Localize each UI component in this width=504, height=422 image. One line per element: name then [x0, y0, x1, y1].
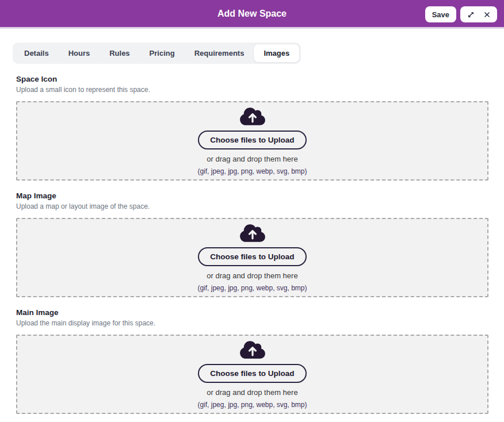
tab-hours[interactable]: Hours — [59, 44, 100, 62]
section-title: Map Image — [16, 191, 488, 200]
tab-requirements[interactable]: Requirements — [185, 44, 254, 62]
header-actions: Save — [425, 6, 497, 22]
tab-bar: Details Hours Rules Pricing Requirements… — [13, 43, 301, 64]
main-image-dropzone[interactable]: Choose files to Upload or drag and drop … — [16, 335, 488, 414]
tab-images[interactable]: Images — [254, 44, 299, 62]
main-image-section: Main Image Upload the main display image… — [16, 308, 488, 414]
section-title: Main Image — [16, 308, 488, 317]
space-icon-dropzone[interactable]: Choose files to Upload or drag and drop … — [16, 101, 488, 181]
space-icon-section: Space Icon Upload a small icon to repres… — [16, 75, 488, 181]
section-subtitle: Upload a small icon to represent this sp… — [16, 86, 488, 94]
expand-icon[interactable] — [467, 10, 475, 19]
section-subtitle: Upload a map or layout image of the spac… — [16, 202, 488, 210]
map-image-dropzone[interactable]: Choose files to Upload or drag and drop … — [16, 218, 488, 297]
page-title: Add New Space — [217, 9, 287, 19]
choose-files-button[interactable]: Choose files to Upload — [198, 247, 306, 266]
cloud-upload-icon — [240, 106, 265, 129]
tab-rules[interactable]: Rules — [100, 44, 139, 62]
section-title: Space Icon — [16, 75, 488, 83]
images-tab-panel: Space Icon Upload a small icon to repres… — [0, 75, 504, 414]
tab-details[interactable]: Details — [14, 44, 59, 62]
drag-drop-text: or drag and drop them here — [207, 155, 297, 163]
tab-pricing[interactable]: Pricing — [140, 44, 185, 62]
save-button[interactable]: Save — [425, 6, 456, 22]
drag-drop-text: or drag and drop them here — [207, 271, 297, 280]
section-subtitle: Upload the main display image for this s… — [16, 319, 488, 327]
choose-files-button[interactable]: Choose files to Upload — [198, 131, 306, 149]
window-controls — [460, 6, 497, 22]
drag-drop-text: or drag and drop them here — [207, 388, 297, 397]
map-image-section: Map Image Upload a map or layout image o… — [16, 191, 488, 297]
choose-files-button[interactable]: Choose files to Upload — [198, 364, 306, 383]
modal-header: Add New Space Save — [0, 0, 504, 29]
allowed-formats-text: (gif, jpeg, jpg, png, webp, svg, bmp) — [197, 284, 307, 292]
close-icon[interactable] — [483, 11, 491, 18]
cloud-upload-icon — [240, 223, 265, 245]
cloud-upload-icon — [240, 340, 265, 362]
allowed-formats-text: (gif, jpeg, jpg, png, webp, svg, bmp) — [197, 401, 307, 409]
allowed-formats-text: (gif, jpeg, jpg, png, webp, svg, bmp) — [197, 167, 307, 175]
